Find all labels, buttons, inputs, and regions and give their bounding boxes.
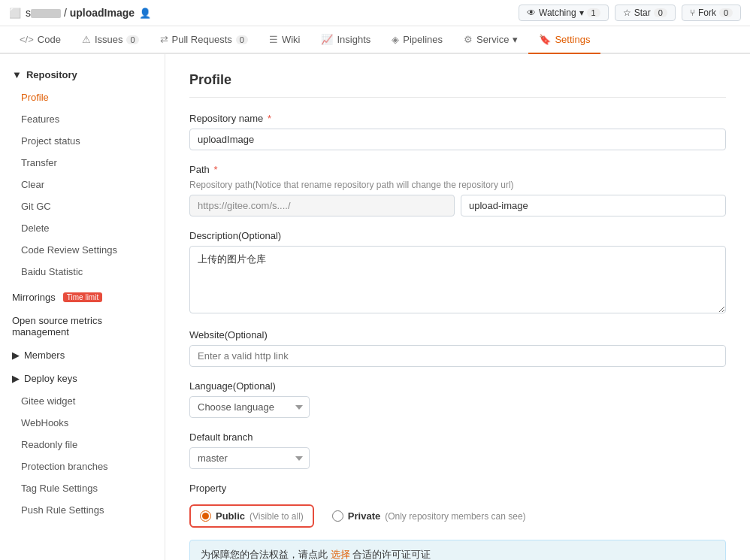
tab-issues[interactable]: ⚠ Issues 0: [71, 26, 150, 54]
language-group: Language(Optional) Choose language: [189, 380, 726, 418]
sidebar-deploy-keys[interactable]: ▶ Deploy keys: [0, 367, 165, 390]
repo-title: ⬜ s / uploadImage 👤: [9, 7, 151, 19]
license-link[interactable]: 选择: [331, 549, 350, 560]
top-bar: ⬜ s / uploadImage 👤 👁 Watching ▾ 1 ☆ Sta…: [0, 0, 750, 26]
sidebar-item-protection[interactable]: Protection branches: [0, 456, 165, 477]
arrow-down-icon: ▼: [12, 69, 22, 80]
sidebar-mirrorings[interactable]: Mirrorings Time limit: [0, 286, 165, 309]
sidebar-item-webhooks[interactable]: WebHooks: [0, 412, 165, 434]
insights-icon: 📈: [321, 34, 333, 45]
sidebar: ▼ Repository Profile Features Project st…: [0, 54, 165, 560]
user-icon: 👤: [139, 8, 151, 19]
sidebar-item-push-rule[interactable]: Push Rule Settings: [0, 499, 165, 521]
repo-name-input[interactable]: [189, 129, 726, 150]
fork-icon: ⑂: [690, 8, 695, 18]
issues-icon: ⚠: [82, 34, 91, 45]
private-radio[interactable]: [332, 510, 343, 522]
arrow-right-icon: ▶: [12, 350, 20, 361]
path-input[interactable]: [461, 195, 726, 216]
wiki-icon: ☰: [269, 34, 278, 45]
repo-icon: ⬜: [9, 8, 21, 19]
branch-group: Default branch master: [189, 431, 726, 469]
sidebar-open-source[interactable]: Open source metrics management: [0, 309, 165, 344]
pr-icon: ⇄: [160, 34, 168, 45]
website-input[interactable]: [189, 345, 726, 367]
page-title: Profile: [189, 72, 726, 98]
sidebar-item-git-gc[interactable]: Git GC: [0, 195, 165, 217]
path-hint: Repository path(Notice that rename repos…: [189, 180, 726, 190]
code-icon: </>: [20, 34, 34, 45]
sidebar-item-readonly[interactable]: Readonly file: [0, 434, 165, 456]
license-hint: 为保障您的合法权益，请点此 选择 合适的许可证可证: [189, 540, 726, 560]
layout: ▼ Repository Profile Features Project st…: [0, 54, 750, 560]
nav-tabs: </> Code ⚠ Issues 0 ⇄ Pull Requests 0 ☰ …: [0, 26, 750, 54]
fork-button[interactable]: ⑂ Fork 0: [682, 5, 741, 21]
time-limit-badge: Time limit: [63, 292, 102, 302]
star-button[interactable]: ☆ Star 0: [615, 5, 676, 21]
sidebar-item-baidu[interactable]: Baidu Statistic: [0, 261, 165, 283]
required-star: *: [268, 113, 271, 124]
branch-label: Default branch: [189, 431, 726, 443]
repo-name-group: Repository name *: [189, 113, 726, 150]
sidebar-item-features[interactable]: Features: [0, 108, 165, 130]
sidebar-item-project-status[interactable]: Project status: [0, 130, 165, 152]
sidebar-repository-title[interactable]: ▼ Repository: [0, 63, 165, 86]
public-radio-label[interactable]: Public (Visible to all): [200, 510, 304, 522]
tab-pull-requests[interactable]: ⇄ Pull Requests 0: [150, 26, 259, 54]
tab-settings[interactable]: 🔖 Settings: [528, 26, 600, 54]
repo-name-label: Repository name *: [189, 113, 726, 124]
sidebar-item-tag-rule[interactable]: Tag Rule Settings: [0, 477, 165, 499]
star-icon: ☆: [623, 8, 631, 18]
tab-pipelines[interactable]: ◈ Pipelines: [381, 26, 453, 54]
arrow-right-icon2: ▶: [12, 373, 20, 384]
service-icon: ⚙: [464, 34, 473, 45]
property-row: Public (Visible to all) Private (Only re…: [189, 498, 726, 534]
sidebar-item-clear[interactable]: Clear: [0, 174, 165, 195]
sidebar-item-profile[interactable]: Profile: [0, 86, 165, 108]
property-highlight: Public (Visible to all): [189, 504, 314, 528]
description-group: Description(Optional) 上传的图片仓库: [189, 230, 726, 316]
sidebar-item-gitee-widget[interactable]: Gitee widget: [0, 390, 165, 412]
property-label: Property: [189, 483, 726, 494]
pipelines-icon: ◈: [392, 34, 399, 45]
public-radio[interactable]: [200, 510, 211, 522]
private-radio-label[interactable]: Private (Only repository members can see…: [332, 510, 526, 522]
sidebar-item-code-review[interactable]: Code Review Settings: [0, 239, 165, 261]
tab-code[interactable]: </> Code: [9, 26, 71, 54]
tab-wiki[interactable]: ☰ Wiki: [259, 26, 311, 54]
sidebar-section-repository: ▼ Repository Profile Features Project st…: [0, 63, 165, 283]
path-group: Path * Repository path(Notice that renam…: [189, 164, 726, 216]
website-group: Website(Optional): [189, 329, 726, 367]
language-label: Language(Optional): [189, 380, 726, 392]
description-label: Description(Optional): [189, 230, 726, 241]
property-group: Property Public (Visible to all) Private…: [189, 483, 726, 560]
path-label: Path *: [189, 164, 726, 175]
path-prefix: https://gitee.com/s..../: [189, 195, 455, 216]
repo-name: s / uploadImage: [26, 7, 135, 19]
tab-service[interactable]: ⚙ Service ▾: [453, 26, 528, 54]
watch-button[interactable]: 👁 Watching ▾ 1: [519, 5, 609, 21]
language-select[interactable]: Choose language: [189, 396, 310, 418]
path-row: https://gitee.com/s..../: [189, 195, 726, 216]
settings-icon: 🔖: [539, 34, 551, 45]
eye-icon: 👁: [527, 8, 536, 18]
sidebar-item-transfer[interactable]: Transfer: [0, 152, 165, 174]
description-input[interactable]: 上传的图片仓库: [189, 246, 726, 313]
branch-select[interactable]: master: [189, 447, 310, 469]
tab-insights[interactable]: 📈 Insights: [310, 26, 381, 54]
sidebar-members[interactable]: ▶ Members: [0, 344, 165, 367]
repo-actions: 👁 Watching ▾ 1 ☆ Star 0 ⑂ Fork 0: [519, 5, 741, 21]
main-content: Profile Repository name * Path * Reposit…: [165, 54, 750, 560]
website-label: Website(Optional): [189, 329, 726, 341]
sidebar-item-delete[interactable]: Delete: [0, 217, 165, 239]
